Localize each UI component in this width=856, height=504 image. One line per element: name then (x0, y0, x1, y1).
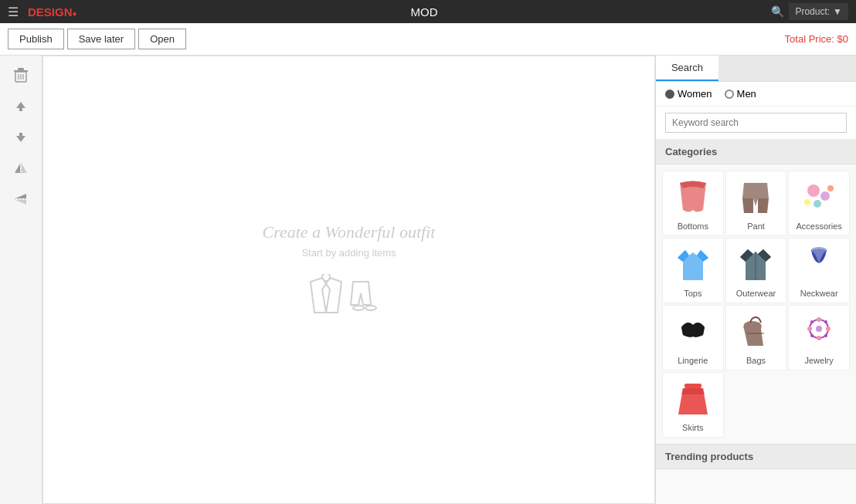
category-bags[interactable]: Bags (725, 305, 787, 370)
category-skirts[interactable]: Skirts (662, 372, 724, 438)
svg-rect-9 (19, 133, 22, 136)
svg-point-16 (322, 274, 330, 281)
canvas-placeholder: Create a Wonderful outfit Start by addin… (263, 222, 436, 338)
svg-point-28 (816, 326, 822, 332)
tops-image (670, 243, 716, 286)
right-panel: Search Women Men Categories (655, 56, 856, 504)
svg-point-25 (811, 247, 827, 253)
search-input[interactable] (725, 60, 850, 71)
svg-rect-1 (18, 68, 24, 70)
category-tops[interactable]: Tops (662, 238, 724, 303)
accessories-label: Accessories (797, 222, 842, 231)
svg-point-36 (824, 334, 827, 337)
chevron-down-icon: ▼ (833, 6, 842, 17)
svg-point-35 (810, 334, 814, 337)
svg-marker-8 (16, 136, 25, 142)
outerwear-image (732, 243, 779, 286)
pant-image (732, 176, 779, 218)
trending-header: Trending products (656, 444, 856, 469)
jewelry-image (796, 310, 842, 353)
svg-point-18 (365, 306, 376, 310)
bags-label: Bags (746, 356, 766, 365)
svg-point-29 (807, 326, 812, 331)
open-button[interactable]: Open (138, 29, 186, 49)
keyword-search-input[interactable] (665, 113, 847, 133)
neckwear-image (796, 243, 842, 286)
tops-label: Tops (684, 289, 701, 298)
hamburger-icon[interactable]: ☰ (8, 5, 19, 19)
category-lingerie[interactable]: Lingerie (662, 305, 724, 370)
svg-point-34 (824, 320, 827, 323)
svg-rect-26 (747, 333, 764, 334)
category-bottoms[interactable]: Bottoms (662, 171, 724, 236)
toolbar: Publish Save later Open Total Price: $0 (0, 23, 856, 56)
canvas-title: Create a Wonderful outfit (263, 222, 436, 242)
category-accessories[interactable]: Accessories (788, 171, 850, 236)
svg-marker-6 (16, 102, 25, 108)
lingerie-label: Lingerie (678, 356, 708, 365)
canvas-subtitle: Start by adding items (263, 247, 436, 259)
flip-vertical-icon[interactable] (8, 187, 33, 211)
svg-point-22 (804, 199, 810, 205)
total-price: Total Price: $0 (785, 33, 848, 45)
price-value: $0 (837, 33, 848, 45)
tab-search[interactable]: Search (656, 56, 718, 81)
svg-point-20 (820, 191, 830, 201)
svg-point-30 (826, 326, 831, 331)
svg-point-23 (827, 185, 834, 191)
svg-marker-12 (22, 164, 27, 173)
gender-men-option[interactable]: Men (725, 88, 756, 100)
lingerie-image (670, 310, 716, 353)
svg-point-17 (353, 306, 364, 310)
save-later-button[interactable]: Save later (67, 29, 136, 49)
women-radio[interactable] (665, 90, 674, 99)
svg-point-31 (817, 317, 821, 322)
svg-point-19 (807, 184, 820, 197)
bottoms-label: Bottoms (678, 222, 708, 231)
svg-point-32 (817, 336, 821, 340)
neckwear-label: Neckwear (800, 289, 838, 298)
accessories-image (796, 176, 842, 218)
right-panel-tabs: Search (656, 56, 856, 82)
search-icon[interactable]: 🔍 (771, 5, 784, 18)
outerwear-label: Outerwear (736, 289, 776, 298)
svg-point-33 (810, 320, 814, 323)
category-neckwear[interactable]: Neckwear (788, 238, 850, 303)
jewelry-label: Jewelry (805, 356, 834, 365)
product-dropdown[interactable]: Product: ▼ (789, 3, 848, 20)
category-outerwear[interactable]: Outerwear (725, 238, 787, 303)
category-jewelry[interactable]: Jewelry (788, 305, 850, 370)
top-nav: ☰ DESIGN● MOD 🔍 Product: ▼ (0, 0, 856, 23)
keyword-search-bar (656, 107, 856, 140)
move-down-icon[interactable] (8, 125, 33, 150)
publish-button[interactable]: Publish (8, 29, 64, 49)
flip-horizontal-icon[interactable] (8, 156, 33, 181)
svg-marker-15 (15, 200, 26, 205)
app-title: MOD (410, 5, 437, 19)
gender-row: Women Men (656, 82, 856, 107)
svg-point-21 (814, 200, 821, 208)
move-up-icon[interactable] (8, 94, 33, 119)
category-pant[interactable]: Pant (725, 171, 787, 236)
men-radio[interactable] (725, 90, 734, 99)
left-sidebar (0, 56, 42, 504)
svg-marker-13 (15, 194, 26, 198)
svg-rect-7 (19, 108, 22, 111)
svg-marker-10 (15, 164, 20, 173)
canvas-area[interactable]: Create a Wonderful outfit Start by addin… (42, 56, 655, 504)
categories-grid: Bottoms Pant (656, 164, 856, 444)
skirts-image (670, 377, 716, 420)
pant-label: Pant (747, 222, 765, 231)
brand-logo: DESIGN● (28, 5, 77, 19)
search-input-area[interactable] (718, 56, 856, 81)
main-layout: Create a Wonderful outfit Start by addin… (0, 56, 856, 504)
skirts-label: Skirts (682, 423, 704, 432)
bags-image (732, 310, 779, 353)
delete-icon[interactable] (8, 63, 33, 88)
svg-rect-37 (684, 384, 701, 388)
canvas-illustration (303, 274, 396, 336)
categories-header: Categories (656, 140, 856, 164)
nav-left: ☰ DESIGN● (8, 5, 77, 19)
nav-right: 🔍 Product: ▼ (771, 3, 848, 20)
gender-women-option[interactable]: Women (665, 88, 712, 100)
